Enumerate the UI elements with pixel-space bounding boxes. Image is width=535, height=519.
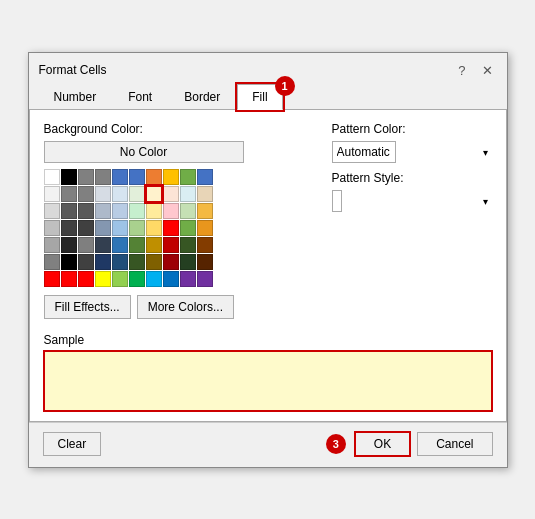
color-cell[interactable] (78, 169, 94, 185)
color-cell[interactable] (61, 271, 77, 287)
color-cell[interactable] (129, 220, 145, 236)
sample-section: Sample (44, 333, 492, 411)
clear-button[interactable]: Clear (43, 432, 102, 456)
color-cell[interactable] (95, 203, 111, 219)
color-cell[interactable] (146, 169, 162, 185)
color-cell[interactable] (163, 220, 179, 236)
color-cell[interactable] (163, 237, 179, 253)
tab-border[interactable]: Border (169, 84, 235, 109)
pattern-style-select[interactable] (332, 190, 342, 212)
color-row (44, 203, 312, 219)
tabs-bar: Number Font Border Fill 1 (29, 84, 507, 110)
color-cell[interactable] (112, 203, 128, 219)
color-cell[interactable] (163, 271, 179, 287)
no-color-button[interactable]: No Color (44, 141, 244, 163)
fill-effects-button[interactable]: Fill Effects... (44, 295, 131, 319)
color-cell[interactable] (180, 169, 196, 185)
color-cell[interactable] (44, 169, 60, 185)
color-cell[interactable] (95, 254, 111, 270)
color-cell[interactable] (180, 186, 196, 202)
color-cell[interactable] (95, 237, 111, 253)
color-cell[interactable] (112, 220, 128, 236)
help-button[interactable]: ? (454, 61, 469, 80)
color-cell[interactable] (129, 203, 145, 219)
color-cell[interactable] (163, 254, 179, 270)
color-row (44, 271, 312, 287)
color-cell[interactable] (61, 203, 77, 219)
color-cell[interactable] (78, 254, 94, 270)
color-cell[interactable] (44, 186, 60, 202)
color-cell[interactable] (146, 254, 162, 270)
pattern-style-select-wrapper (332, 190, 492, 212)
color-cell[interactable] (112, 169, 128, 185)
more-colors-button[interactable]: More Colors... (137, 295, 234, 319)
tab-number[interactable]: Number (39, 84, 112, 109)
color-cell[interactable] (61, 254, 77, 270)
tab-font[interactable]: Font (113, 84, 167, 109)
pattern-color-select[interactable]: Automatic (332, 141, 396, 163)
annotation-3: 3 (326, 434, 346, 454)
color-cell[interactable] (112, 271, 128, 287)
color-cell[interactable] (129, 237, 145, 253)
color-cell[interactable] (197, 271, 213, 287)
color-cell[interactable] (129, 271, 145, 287)
color-cell[interactable] (197, 254, 213, 270)
color-cell[interactable] (78, 186, 94, 202)
color-cell[interactable] (129, 186, 145, 202)
color-cell[interactable] (197, 237, 213, 253)
ok-button[interactable]: OK (354, 431, 411, 457)
tab-content: Background Color: No Color Fill Effects.… (29, 110, 507, 422)
color-cell[interactable] (112, 186, 128, 202)
color-cell[interactable] (197, 169, 213, 185)
color-cell[interactable] (95, 169, 111, 185)
color-cell[interactable] (61, 186, 77, 202)
color-cell[interactable] (129, 169, 145, 185)
color-cell[interactable] (44, 220, 60, 236)
color-cell[interactable] (44, 254, 60, 270)
background-color-label: Background Color: (44, 122, 312, 136)
color-cell[interactable] (197, 220, 213, 236)
color-cell[interactable] (163, 169, 179, 185)
tab-fill-wrapper: Fill 1 (237, 84, 284, 109)
color-cell[interactable] (78, 203, 94, 219)
close-button[interactable]: ✕ (478, 61, 497, 80)
right-column: Pattern Color: Automatic Pattern Style: (332, 122, 492, 319)
color-cell[interactable] (146, 186, 162, 202)
color-cell[interactable] (197, 186, 213, 202)
color-cell[interactable] (180, 220, 196, 236)
color-cell[interactable] (44, 237, 60, 253)
color-cell[interactable] (78, 271, 94, 287)
color-cell[interactable] (95, 220, 111, 236)
color-cell[interactable] (180, 203, 196, 219)
color-cell[interactable] (78, 237, 94, 253)
color-cell[interactable] (61, 220, 77, 236)
color-cell[interactable] (163, 203, 179, 219)
color-row (44, 169, 312, 185)
color-cell[interactable] (78, 220, 94, 236)
color-cell[interactable] (129, 254, 145, 270)
color-cell[interactable] (180, 237, 196, 253)
color-cell[interactable] (44, 203, 60, 219)
color-cell[interactable] (61, 237, 77, 253)
color-cell[interactable] (146, 220, 162, 236)
color-row (44, 237, 312, 253)
color-cell[interactable] (146, 203, 162, 219)
color-cell[interactable] (180, 271, 196, 287)
pattern-style-label: Pattern Style: (332, 171, 492, 185)
color-cell[interactable] (112, 237, 128, 253)
cancel-button[interactable]: Cancel (417, 432, 492, 456)
color-cell[interactable] (163, 186, 179, 202)
color-cell[interactable] (146, 237, 162, 253)
color-cell[interactable] (146, 271, 162, 287)
color-cell[interactable] (44, 271, 60, 287)
color-cell[interactable] (95, 186, 111, 202)
color-cell[interactable] (61, 169, 77, 185)
color-cell[interactable] (112, 254, 128, 270)
annotation-1: 1 (275, 76, 295, 96)
color-cell[interactable] (180, 254, 196, 270)
bottom-bar: Clear 3 OK Cancel (29, 422, 507, 467)
pattern-color-row: Automatic (332, 141, 492, 163)
color-cell[interactable] (95, 271, 111, 287)
color-cell[interactable] (197, 203, 213, 219)
color-row (44, 186, 312, 202)
